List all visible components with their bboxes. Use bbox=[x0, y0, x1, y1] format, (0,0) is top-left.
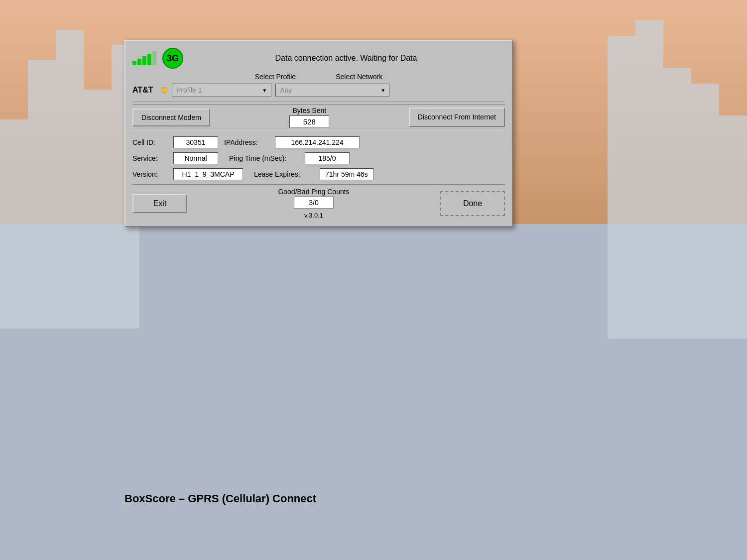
signal-bar-2 bbox=[137, 59, 141, 65]
signal-bar-4 bbox=[147, 54, 151, 65]
network-value: Any bbox=[280, 86, 292, 94]
version-value: H1_1_9_3MCAP bbox=[173, 168, 243, 180]
network-label: Select Network bbox=[336, 73, 382, 81]
bottom-row: Exit Good/Bad Ping Counts 3/0 v.3.0.1 Do… bbox=[132, 184, 505, 219]
network-arrow-icon: ▼ bbox=[380, 88, 385, 93]
profile-arrow-icon: ▼ bbox=[262, 88, 267, 93]
done-button[interactable]: Done bbox=[440, 191, 505, 216]
status-text: Data connection active. Waiting for Data bbox=[187, 52, 505, 65]
profile-dropdown[interactable]: Profile 1 ▼ bbox=[172, 84, 271, 97]
bytes-group: Bytes Sent 528 bbox=[220, 107, 399, 128]
top-row: 3G Data connection active. Waiting for D… bbox=[132, 48, 505, 69]
disconnect-internet-button[interactable]: Disconnect From Internet bbox=[409, 108, 505, 126]
ip-label: IPAddress: bbox=[224, 138, 269, 146]
lease-value: 71hr 59m 46s bbox=[320, 168, 374, 180]
ping-time-label: Ping Time (mSec): bbox=[229, 154, 299, 162]
bytes-sent-value: 528 bbox=[289, 115, 329, 128]
signal-bar-1 bbox=[132, 61, 136, 65]
lease-label: Lease Expires: bbox=[254, 170, 314, 178]
version-row: Version: H1_1_9_3MCAP Lease Expires: 71h… bbox=[132, 168, 505, 180]
profile-value: Profile 1 bbox=[176, 86, 202, 94]
ping-counts-group: Good/Bad Ping Counts 3/0 v.3.0.1 bbox=[187, 188, 440, 219]
button-row: Disconnect Modem Bytes Sent 528 Disconne… bbox=[132, 104, 505, 130]
ping-counts-label: Good/Bad Ping Counts bbox=[187, 188, 440, 196]
version-number: v.3.0.1 bbox=[187, 212, 440, 219]
signal-bars bbox=[132, 51, 156, 65]
exit-button[interactable]: Exit bbox=[132, 194, 187, 213]
ping-time-value: 185/0 bbox=[305, 152, 350, 164]
profile-network-labels: Select Profile Select Network bbox=[132, 73, 505, 81]
page-caption: BoxScore – GPRS (Cellular) Connect bbox=[124, 492, 316, 505]
main-dialog: 3G Data connection active. Waiting for D… bbox=[124, 40, 513, 227]
ip-value: 166.214.241.224 bbox=[275, 136, 360, 148]
3g-badge: 3G bbox=[162, 48, 183, 69]
disconnect-modem-button[interactable]: Disconnect Modem bbox=[132, 109, 210, 126]
ping-counts-value: 3/0 bbox=[294, 197, 334, 209]
service-label: Service: bbox=[132, 154, 167, 162]
signal-bar-3 bbox=[142, 56, 146, 65]
profile-label: Select Profile bbox=[255, 73, 296, 81]
heart-icon: ♥ bbox=[161, 84, 168, 97]
service-value: Normal bbox=[173, 152, 218, 164]
cell-id-value: 30351 bbox=[173, 136, 218, 148]
signal-bar-5 bbox=[152, 51, 156, 65]
bytes-sent-label: Bytes Sent bbox=[220, 107, 399, 114]
version-label: Version: bbox=[132, 170, 167, 178]
att-row: AT&T ♥ Profile 1 ▼ Any ▼ bbox=[132, 84, 505, 97]
cell-id-row: Cell ID: 30351 IPAddress: 166.214.241.22… bbox=[132, 136, 505, 148]
cell-id-label: Cell ID: bbox=[132, 138, 167, 146]
service-row: Service: Normal Ping Time (mSec): 185/0 bbox=[132, 152, 505, 164]
carrier-label: AT&T bbox=[132, 86, 157, 95]
network-dropdown[interactable]: Any ▼ bbox=[275, 84, 390, 97]
